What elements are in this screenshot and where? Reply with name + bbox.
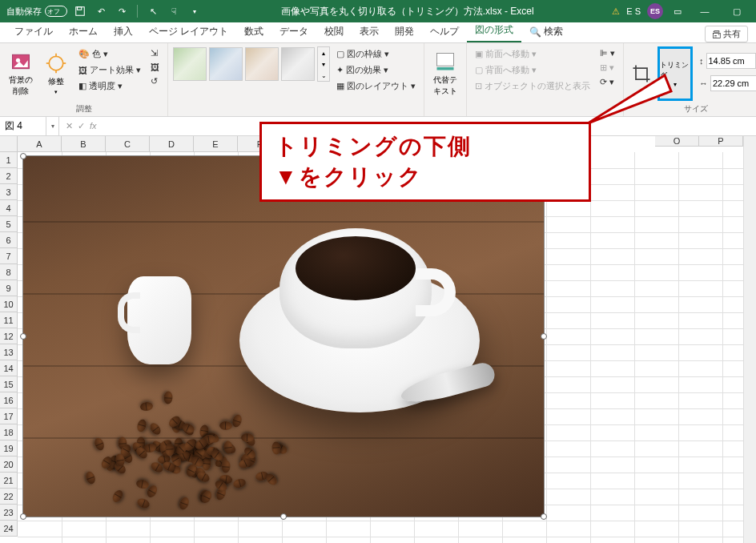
width-input[interactable]	[710, 75, 756, 91]
gallery-up-button[interactable]: ▴	[318, 47, 329, 58]
picture-layout-button[interactable]: ▦図のレイアウト ▾	[333, 78, 419, 94]
row-header[interactable]: 14	[0, 360, 18, 376]
row-header[interactable]: 6	[0, 232, 18, 248]
name-box-dropdown[interactable]: ▾	[46, 117, 59, 135]
remove-background-button[interactable]: 背景の 削除	[5, 46, 37, 101]
tab-home[interactable]: ホーム	[61, 21, 106, 42]
tab-file[interactable]: ファイル	[6, 21, 61, 42]
height-input[interactable]	[706, 53, 756, 69]
row-header[interactable]: 21	[0, 473, 18, 489]
style-thumb[interactable]	[173, 47, 207, 81]
row-header[interactable]: 23	[0, 505, 18, 521]
styles-group-label	[173, 114, 419, 115]
row-header[interactable]: 20	[0, 457, 18, 473]
warning-icon[interactable]: ⚠	[612, 6, 620, 17]
column-header[interactable]: C	[106, 136, 150, 152]
compress-pictures-button[interactable]: ⇲	[147, 46, 163, 60]
bring-forward-button[interactable]: ▣前面へ移動 ▾	[472, 46, 593, 62]
vertical-scrollbar[interactable]	[743, 136, 756, 543]
row-header[interactable]: 11	[0, 312, 18, 328]
style-thumb[interactable]	[281, 47, 315, 81]
row-header[interactable]: 5	[0, 216, 18, 232]
row-header[interactable]: 24	[0, 521, 18, 537]
column-header[interactable]: D	[150, 136, 194, 152]
color-button[interactable]: 🎨色 ▾	[75, 46, 144, 62]
svg-marker-11	[588, 75, 671, 123]
cursor-icon[interactable]: ↖	[145, 3, 161, 19]
row-header[interactable]: 10	[0, 296, 18, 312]
column-header[interactable]: B	[62, 136, 106, 152]
row-header[interactable]: 4	[0, 200, 18, 216]
row-header[interactable]: 16	[0, 392, 18, 408]
ribbon-display-icon[interactable]: ▭	[670, 3, 686, 19]
transparency-button[interactable]: ◧透明度 ▾	[75, 78, 144, 94]
row-header[interactable]: 3	[0, 184, 18, 200]
search-icon: 🔍	[529, 26, 541, 38]
column-header[interactable]: P	[699, 136, 743, 147]
picture-effects-button[interactable]: ✦図の効果 ▾	[333, 62, 419, 78]
select-all-corner[interactable]	[0, 136, 18, 152]
picture-border-button[interactable]: ▢図の枠線 ▾	[333, 46, 419, 62]
tab-search[interactable]: 🔍 検索	[521, 21, 571, 42]
callout-line2: ▼をクリック	[275, 162, 589, 192]
row-header[interactable]: 17	[0, 408, 18, 424]
align-button[interactable]: ⊫▾	[597, 46, 618, 60]
height-field[interactable]: ↕	[696, 51, 756, 70]
style-thumb[interactable]	[209, 47, 243, 81]
row-header[interactable]: 9	[0, 280, 18, 296]
cancel-formula-icon[interactable]: ✕	[66, 121, 73, 131]
selection-pane-button[interactable]: ⊡オブジェクトの選択と表示	[472, 78, 593, 94]
undo-icon[interactable]: ↶	[93, 3, 109, 19]
group-button[interactable]: ⊞▾	[597, 61, 618, 74]
row-header[interactable]: 7	[0, 248, 18, 264]
gallery-more-button[interactable]: ⌄	[318, 70, 329, 81]
tab-view[interactable]: 表示	[352, 21, 387, 42]
user-avatar[interactable]: ES	[647, 3, 663, 19]
column-header[interactable]: E	[194, 136, 238, 152]
tab-page-layout[interactable]: ページ レイアウト	[141, 21, 236, 42]
row-header[interactable]: 12	[0, 328, 18, 344]
autosave-toggle[interactable]: 自動保存 オフ	[6, 6, 67, 18]
tab-data[interactable]: データ	[271, 21, 316, 42]
change-picture-button[interactable]: 🖼	[147, 61, 163, 74]
column-header[interactable]: A	[18, 136, 62, 152]
row-header[interactable]: 8	[0, 264, 18, 280]
row-header[interactable]: 18	[0, 424, 18, 440]
width-field[interactable]: ↔	[696, 74, 756, 93]
minimize-button[interactable]: —	[692, 0, 718, 22]
reset-picture-button[interactable]: ↺	[147, 74, 163, 88]
corrections-button[interactable]: 修整 ▾	[40, 46, 72, 101]
redo-icon[interactable]: ↷	[114, 3, 130, 19]
qat-dropdown-icon[interactable]: ▾	[187, 3, 203, 19]
row-header[interactable]: 13	[0, 344, 18, 360]
row-header[interactable]: 22	[0, 489, 18, 505]
send-backward-button[interactable]: ▢背面へ移動 ▾	[472, 62, 593, 78]
picture-styles-gallery[interactable]: ▴ ▾ ⌄	[173, 46, 330, 82]
row-header[interactable]: 19	[0, 440, 18, 457]
row-header[interactable]: 1	[0, 152, 18, 168]
tab-insert[interactable]: 挿入	[106, 21, 141, 42]
row-header[interactable]: 15	[0, 376, 18, 392]
autosave-pill[interactable]: オフ	[45, 6, 67, 17]
row-header[interactable]: 2	[0, 168, 18, 184]
enter-formula-icon[interactable]: ✓	[78, 121, 85, 131]
transparency-icon: ◧	[78, 81, 86, 91]
embedded-picture[interactable]	[22, 155, 545, 517]
save-icon[interactable]	[72, 3, 88, 19]
tab-help[interactable]: ヘルプ	[422, 21, 467, 42]
touch-icon[interactable]: ☟	[166, 3, 182, 19]
tab-formulas[interactable]: 数式	[236, 21, 271, 42]
color-icon: 🎨	[78, 49, 90, 59]
tab-developer[interactable]: 開発	[387, 21, 422, 42]
svg-rect-10	[437, 67, 454, 70]
gallery-down-button[interactable]: ▾	[318, 58, 329, 70]
alt-text-button[interactable]: 代替テ キスト	[429, 46, 461, 101]
tab-review[interactable]: 校閲	[316, 21, 352, 42]
style-thumb[interactable]	[245, 47, 279, 81]
artistic-effects-button[interactable]: 🖼アート効果 ▾	[75, 62, 144, 78]
maximize-button[interactable]: ▢	[724, 0, 750, 22]
tab-picture-format[interactable]: 図の形式	[467, 19, 521, 42]
share-button[interactable]: 🖆 共有	[705, 26, 748, 42]
name-box[interactable]: 図 4	[0, 117, 46, 135]
fx-icon[interactable]: fx	[90, 121, 97, 131]
